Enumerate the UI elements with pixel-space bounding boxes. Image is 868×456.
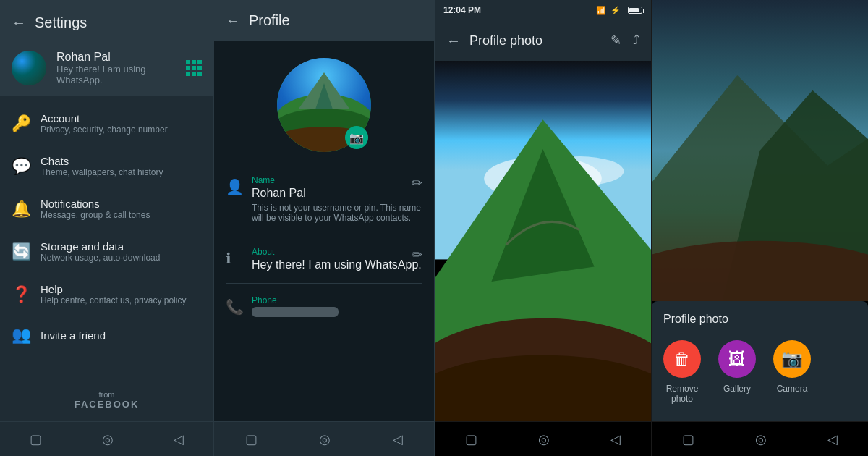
about-field: ℹ About Hey there! I am using WhatsApp. … — [226, 235, 422, 284]
qr-code-icon[interactable] — [186, 60, 202, 76]
settings-back-button[interactable]: ← — [12, 14, 26, 31]
settings-panel: ← Settings Rohan Pal Hey there! I am usi… — [0, 0, 213, 456]
name-edit-button[interactable]: ✏ — [412, 175, 422, 191]
status-time: 12:04 PM — [443, 5, 481, 15]
profile-header: ← Profile — [214, 0, 434, 41]
name-field-label: Name — [252, 175, 422, 185]
profile-name: Rohan Pal — [56, 51, 176, 64]
facebook-footer: from FACEBOOK — [0, 379, 213, 421]
name-field-hint: This is not your username or pin. This n… — [252, 203, 422, 223]
sidebar-item-help[interactable]: ❓ Help Help centre, contact us, privacy … — [0, 273, 213, 316]
storage-label: Storage and data — [41, 240, 160, 253]
sidebar-item-notifications[interactable]: 🔔 Notifications Message, group & call to… — [0, 187, 213, 230]
photo-view-actions: ✎ ⤴ — [610, 33, 639, 48]
photo-options-background — [652, 0, 868, 301]
info-icon: ℹ — [226, 250, 242, 267]
settings-profile-section[interactable]: Rohan Pal Hey there! I am using WhatsApp… — [0, 41, 213, 96]
profile-back-button[interactable]: ← — [226, 12, 240, 29]
settings-menu: 🔑 Account Privacy, security, change numb… — [0, 96, 213, 379]
help-sublabel: Help centre, contact us, privacy policy — [41, 295, 186, 305]
profile-title: Profile — [249, 12, 290, 29]
battery-icon — [628, 7, 642, 14]
profile-status: Hey there! I am using WhatsApp. — [56, 64, 176, 85]
remove-photo-label: Removephoto — [666, 384, 699, 404]
photo-view-back-button[interactable]: ← — [446, 33, 461, 49]
storage-icon: 🔄 — [12, 242, 29, 261]
gallery-label: Gallery — [723, 384, 751, 394]
bg-photo-svg — [652, 0, 868, 301]
profile-fields: 👤 Name Rohan Pal This is not your userna… — [214, 164, 434, 421]
help-label: Help — [41, 283, 186, 295]
svg-point-13 — [435, 355, 651, 421]
person-icon: 👤 — [226, 178, 242, 195]
profile-photo-circle[interactable]: 📷 — [277, 58, 371, 152]
profile-panel: ← Profile — [213, 0, 434, 456]
camera-badge-icon[interactable]: 📷 — [345, 126, 368, 149]
avatar — [12, 51, 46, 85]
about-field-value: Hey there! I am using WhatsApp. — [252, 258, 422, 271]
from-label: from — [12, 390, 202, 399]
phone-field-label: Phone — [252, 295, 422, 305]
sidebar-item-account[interactable]: 🔑 Account Privacy, security, change numb… — [0, 102, 213, 145]
invite-label: Invite a friend — [41, 329, 106, 342]
settings-header: ← Settings — [0, 0, 213, 41]
remove-photo-option[interactable]: 🗑 Removephoto — [663, 340, 701, 404]
mountain-photo-svg — [435, 61, 651, 421]
gallery-option[interactable]: 🖼 Gallery — [718, 340, 756, 404]
photo-nav-square[interactable]: ▢ — [465, 431, 477, 447]
phone-icon: 📞 — [226, 298, 242, 316]
phone-field: 📞 Phone — [226, 284, 422, 329]
settings-nav-bar: ▢ ◎ ◁ — [0, 421, 213, 456]
profile-nav-circle[interactable]: ◎ — [319, 431, 331, 447]
storage-sublabel: Network usage, auto-download — [41, 253, 160, 263]
remove-photo-icon: 🗑 — [663, 340, 701, 378]
profile-nav-square[interactable]: ▢ — [245, 431, 258, 447]
camera-label: Camera — [777, 384, 808, 394]
photo-options-panel: Profile photo 🗑 Removephoto 🖼 Gallery 📷 … — [651, 0, 868, 456]
name-field: 👤 Name Rohan Pal This is not your userna… — [226, 164, 422, 235]
about-field-label: About — [252, 247, 422, 257]
options-nav-square[interactable]: ▢ — [682, 431, 694, 447]
photo-options-list: 🗑 Removephoto 🖼 Gallery 📷 Camera — [663, 340, 856, 410]
facebook-brand: FACEBOOK — [12, 399, 202, 410]
chat-icon: 💬 — [12, 157, 29, 176]
options-nav-circle[interactable]: ◎ — [755, 431, 767, 447]
nav-circle-button[interactable]: ◎ — [102, 431, 114, 447]
status-icons: 📶 ⚡ — [596, 6, 642, 15]
options-nav-triangle[interactable]: ◁ — [827, 431, 838, 447]
photo-view-title: Profile photo — [469, 33, 602, 48]
photo-status-bar: 12:04 PM 📶 ⚡ — [435, 0, 651, 20]
account-sublabel: Privacy, security, change number — [41, 124, 168, 135]
people-icon: 👥 — [12, 326, 29, 345]
profile-photo-area: 📷 — [214, 41, 434, 164]
sidebar-item-storage[interactable]: 🔄 Storage and data Network usage, auto-d… — [0, 230, 213, 273]
help-icon: ❓ — [12, 285, 29, 304]
nav-square-button[interactable]: ▢ — [30, 431, 42, 447]
svg-point-17 — [652, 241, 868, 301]
photo-nav-circle[interactable]: ◎ — [538, 431, 550, 447]
photo-display — [435, 61, 651, 421]
share-photo-button[interactable]: ⤴ — [633, 33, 639, 48]
settings-title: Settings — [35, 14, 87, 31]
profile-info: Rohan Pal Hey there! I am using WhatsApp… — [56, 51, 176, 85]
nav-triangle-button[interactable]: ◁ — [174, 431, 184, 447]
about-edit-button[interactable]: ✏ — [412, 247, 422, 263]
account-label: Account — [41, 112, 168, 124]
notifications-label: Notifications — [41, 198, 150, 210]
wifi-icon: ⚡ — [610, 6, 621, 15]
sidebar-item-invite[interactable]: 👥 Invite a friend — [0, 316, 213, 355]
profile-nav-triangle[interactable]: ◁ — [393, 431, 403, 447]
photo-view-header: ← Profile photo ✎ ⤴ — [435, 20, 651, 61]
sidebar-item-chats[interactable]: 💬 Chats Theme, wallpapers, chat history — [0, 145, 213, 187]
photo-options-title: Profile photo — [663, 313, 856, 326]
name-field-value: Rohan Pal — [252, 187, 422, 200]
key-icon: 🔑 — [12, 114, 29, 133]
phone-field-value-blurred — [252, 307, 339, 317]
bell-icon: 🔔 — [12, 200, 29, 219]
signal-icon: 📶 — [596, 6, 606, 15]
camera-icon: 📷 — [773, 340, 811, 378]
photo-nav-triangle[interactable]: ◁ — [610, 431, 621, 447]
camera-option[interactable]: 📷 Camera — [773, 340, 811, 404]
edit-photo-button[interactable]: ✎ — [610, 33, 621, 48]
chats-sublabel: Theme, wallpapers, chat history — [41, 167, 163, 177]
